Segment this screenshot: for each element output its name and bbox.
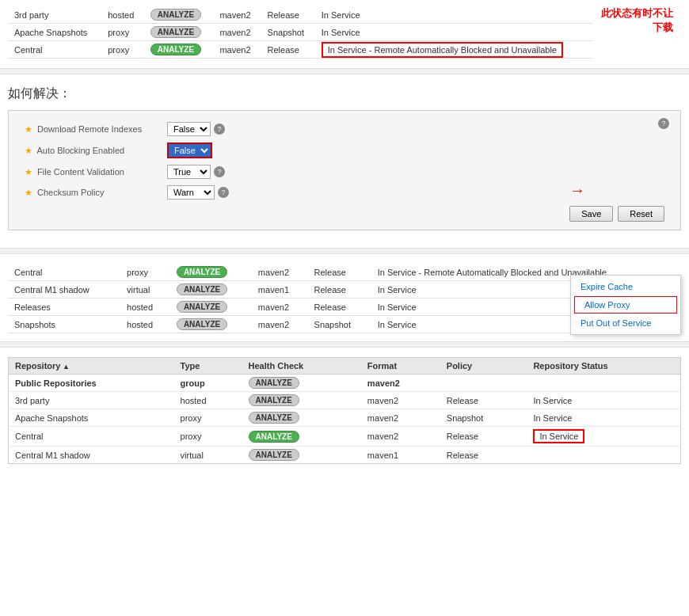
divider-2	[0, 248, 689, 254]
field-label: ★ Download Remote Indexes	[25, 124, 167, 135]
analyze-cell[interactable]: ANALYZE	[170, 298, 252, 316]
repo-name: Central	[8, 41, 101, 59]
repo-type: hosted	[174, 392, 242, 409]
repo-type: virtual	[120, 281, 170, 298]
form-row: ★ Auto Blocking Enabled TrueFalse	[25, 143, 664, 158]
repo-status: In Service - Remote Automatically Blocke…	[315, 41, 593, 59]
repo-name: Apache Snapshots	[9, 409, 174, 427]
analyze-button[interactable]: ANALYZE	[249, 412, 299, 424]
analyze-button[interactable]: ANALYZE	[150, 44, 201, 55]
column-header[interactable]: Health Check	[242, 358, 361, 375]
repo-format: maven2	[361, 392, 440, 409]
analyze-button[interactable]: ANALYZE	[249, 394, 299, 406]
dropdown-item[interactable]: Put Out of Service	[571, 315, 680, 331]
analyze-button[interactable]: ANALYZE	[249, 431, 299, 443]
column-header[interactable]: Policy	[440, 358, 527, 375]
analyze-button[interactable]: ANALYZE	[150, 26, 201, 38]
table-row: Apache Snapshots proxy ANALYZE maven2 Sn…	[8, 24, 592, 41]
field-help-icon[interactable]: ?	[214, 166, 225, 177]
repo-name: Central	[9, 427, 174, 447]
analyze-cell[interactable]: ANALYZE	[144, 41, 214, 59]
analyze-cell[interactable]: ANALYZE	[242, 447, 361, 464]
form-row: ★ Download Remote Indexes TrueFalse ?	[25, 122, 664, 136]
required-star: ★	[25, 188, 32, 197]
repo-format: maven1	[361, 447, 440, 464]
repo-name: Central M1 shadow	[9, 447, 174, 464]
status-badge: In Service	[378, 285, 417, 295]
repo-type: proxy	[120, 264, 170, 281]
analyze-button[interactable]: ANALYZE	[249, 377, 299, 389]
field-select-1[interactable]: TrueFalse	[167, 143, 212, 158]
table-row: Public Repositories group ANALYZE maven2	[9, 375, 681, 392]
repo-policy: Release	[308, 298, 371, 316]
analyze-cell[interactable]: ANALYZE	[242, 427, 361, 447]
status-badge: In Service	[533, 429, 584, 443]
required-star: ★	[25, 167, 32, 177]
analyze-button[interactable]: ANALYZE	[177, 266, 227, 278]
top-annotation-row: 3rd party hosted ANALYZE maven2 Release …	[8, 6, 681, 59]
repo-type: proxy	[174, 427, 242, 447]
analyze-cell[interactable]: ANALYZE	[170, 281, 252, 298]
table-row: Central proxy ANALYZE maven2 Release In …	[9, 427, 681, 447]
repo-policy: Release	[440, 447, 527, 464]
column-header[interactable]: Repository	[9, 358, 174, 375]
dropdown-item[interactable]: Expire Cache	[571, 279, 680, 295]
form-buttons: Save Reset	[25, 206, 664, 222]
dropdown-item[interactable]: Allow Proxy	[574, 296, 677, 314]
required-star: ★	[25, 124, 32, 134]
field-help-icon[interactable]: ?	[218, 187, 229, 198]
status-badge: In Service	[322, 10, 360, 20]
bottom-table-section: RepositoryTypeHealth CheckFormatPolicyRe…	[0, 352, 689, 467]
repo-status: In Service	[527, 392, 680, 409]
repo-name: Central M1 shadow	[8, 281, 120, 298]
field-help-icon[interactable]: ?	[214, 124, 225, 135]
mid-table-section: Central proxy ANALYZE maven2 Release In …	[0, 259, 689, 337]
field-label: ★ Auto Blocking Enabled	[25, 146, 167, 156]
analyze-cell[interactable]: ANALYZE	[170, 316, 252, 333]
repo-type: hosted	[101, 6, 144, 24]
field-select-0[interactable]: TrueFalse	[167, 122, 211, 136]
status-badge: In Service - Remote Automatically Blocke…	[322, 42, 563, 58]
repo-format: maven2	[213, 6, 261, 24]
repo-policy: Release	[440, 427, 527, 447]
repo-name: Apache Snapshots	[8, 24, 101, 41]
status-badge: In Service	[533, 413, 572, 423]
save-button[interactable]: Save	[569, 206, 613, 222]
annotation-text: 此状态有时不让下载	[592, 6, 681, 35]
repo-type: virtual	[174, 447, 242, 464]
table-row: Central M1 shadow virtual ANALYZE maven1…	[9, 447, 681, 464]
analyze-button[interactable]: ANALYZE	[150, 9, 201, 21]
context-menu-popup: Expire CacheAllow ProxyPut Out of Servic…	[570, 275, 681, 335]
column-header[interactable]: Repository Status	[527, 358, 680, 375]
repo-format: maven2	[361, 375, 440, 392]
column-header[interactable]: Format	[361, 358, 440, 375]
analyze-cell[interactable]: ANALYZE	[242, 392, 361, 409]
field-select-2[interactable]: TrueFalse	[167, 165, 211, 179]
panel-help-icon[interactable]: ?	[658, 118, 669, 129]
analyze-cell[interactable]: ANALYZE	[242, 409, 361, 427]
status-badge: In Service	[533, 396, 572, 405]
analyze-button[interactable]: ANALYZE	[177, 301, 227, 313]
repo-status	[527, 447, 680, 464]
analyze-button[interactable]: ANALYZE	[177, 283, 227, 295]
repo-policy: Snapshot	[440, 409, 527, 427]
analyze-cell[interactable]: ANALYZE	[144, 24, 214, 41]
analyze-button[interactable]: ANALYZE	[249, 449, 299, 461]
field-select-3[interactable]: WarnStrictIgnore	[167, 185, 215, 200]
analyze-button[interactable]: ANALYZE	[177, 318, 227, 330]
reset-button[interactable]: Reset	[618, 206, 664, 222]
analyze-cell[interactable]: ANALYZE	[242, 375, 361, 392]
repo-policy: Snapshot	[308, 316, 371, 333]
analyze-cell[interactable]: ANALYZE	[144, 6, 214, 24]
repo-policy: Snapshot	[261, 24, 315, 41]
repo-policy: Release	[261, 6, 315, 24]
repo-type: proxy	[101, 24, 144, 41]
analyze-cell[interactable]: ANALYZE	[170, 264, 252, 281]
repo-type: proxy	[101, 41, 144, 59]
column-header[interactable]: Type	[174, 358, 242, 375]
repo-status: In Service	[315, 24, 593, 41]
repo-format: maven2	[213, 24, 261, 41]
repo-status	[527, 375, 680, 392]
form-row: ★ File Content Validation TrueFalse ?	[25, 165, 664, 179]
repo-name: Releases	[8, 298, 120, 316]
